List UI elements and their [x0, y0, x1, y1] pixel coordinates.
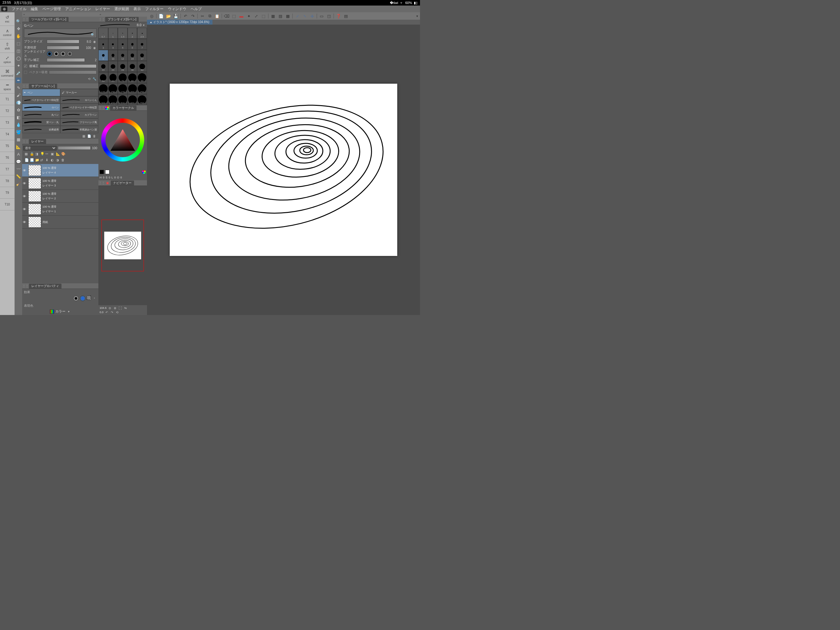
post-correct-slider[interactable]	[39, 64, 96, 68]
cmd-deselect-icon[interactable]: ⬚	[231, 13, 237, 19]
subtool-new-icon[interactable]: 📄	[87, 134, 91, 138]
fg-color-swatch[interactable]	[99, 170, 104, 174]
new-vector-icon[interactable]: 📃	[30, 158, 34, 162]
visibility-icon[interactable]: 👁	[23, 182, 27, 185]
tool-text-icon[interactable]: A	[16, 151, 21, 157]
reset-icon[interactable]: ⟲	[87, 77, 91, 81]
color-wheel-small-icon[interactable]	[142, 170, 146, 174]
rotate-reset-icon[interactable]: ⟲	[115, 310, 119, 314]
layer-opacity-slider[interactable]	[58, 146, 91, 150]
tool-blend-icon[interactable]: 💧	[16, 122, 21, 127]
menu-help[interactable]: ヘルプ	[191, 6, 202, 12]
subtool-item[interactable]: Gペンくん	[60, 96, 98, 104]
brush-size-cell[interactable]: 6	[128, 39, 137, 50]
edge-t3[interactable]: T3	[0, 117, 14, 128]
brush-size-cell[interactable]: 40	[137, 61, 147, 72]
brush-size-cell[interactable]: 28	[118, 61, 128, 72]
lock-icon[interactable]: 🔒	[30, 152, 34, 156]
brush-size-cell[interactable]: 400	[108, 94, 118, 105]
layer-row[interactable]: 👁 100 % 通常レイヤー 1	[22, 203, 98, 216]
tool-decoration-icon[interactable]: ✿	[16, 107, 21, 112]
tool-balloon-icon[interactable]: 💬	[16, 159, 21, 164]
merge-icon[interactable]: ⬇	[46, 158, 50, 162]
subtool-item[interactable]: 丸ペン	[22, 111, 60, 119]
tone-effect-icon[interactable]	[80, 296, 85, 301]
brush-size-cell[interactable]: 170	[118, 83, 128, 94]
cmd-scale-icon[interactable]: ⤢	[253, 13, 259, 19]
brush-size-cell[interactable]: 1.5	[118, 28, 128, 39]
cmd-ruler-icon[interactable]: ▨	[277, 13, 284, 19]
brush-size-cell[interactable]: 90	[137, 72, 147, 83]
edge-t7[interactable]: T7	[0, 164, 14, 175]
brush-size-cell[interactable]: 1	[108, 28, 118, 39]
cmd-paste-icon[interactable]: 📋	[214, 13, 221, 19]
color-icon[interactable]: 🎨	[61, 152, 65, 156]
brush-size-cell[interactable]: 60	[108, 72, 118, 83]
cmd-help-icon[interactable]: ❓	[335, 13, 342, 19]
cmd-csp-icon[interactable]: ◎	[148, 13, 155, 19]
brush-size-cell[interactable]: 24	[108, 61, 118, 72]
subtool-delete-icon[interactable]: 🗑	[92, 134, 96, 138]
color-mode-icon[interactable]	[50, 309, 54, 314]
brush-size-cell[interactable]: 50	[98, 72, 108, 83]
delete-layer-icon[interactable]: 🗑	[61, 158, 65, 162]
brush-size-cell[interactable]: 7	[137, 39, 147, 50]
collapse-bar[interactable]: «	[22, 12, 98, 17]
subtool-item-gpen[interactable]: Gペン	[22, 104, 60, 111]
menu-file[interactable]: ファイル	[12, 6, 27, 12]
tool-zoom-icon[interactable]: 🔍	[16, 19, 21, 24]
cmd-open-icon[interactable]: 📂	[165, 13, 172, 19]
cmd-snap-icon[interactable]: ▩	[284, 13, 291, 19]
clip-icon[interactable]: ◨	[35, 152, 39, 156]
edge-control[interactable]: ∧control	[0, 26, 14, 40]
menu-view[interactable]: 表示	[133, 6, 141, 12]
subtool-item[interactable]: 髪ペン・丸	[22, 119, 60, 126]
menu-page[interactable]: ページ管理	[43, 6, 61, 12]
edge-t1[interactable]: T1	[0, 93, 14, 105]
prop-vector-snap[interactable]: ベクター吸着	[24, 69, 96, 75]
border-effect-icon[interactable]	[73, 296, 79, 301]
transfer-icon[interactable]: ⇄	[40, 158, 44, 162]
vector-snap-checkbox[interactable]	[24, 71, 27, 74]
navigator-tab[interactable]: ⋮⋮ ▣ ナビゲーター	[98, 180, 147, 186]
cmd-snap-special-icon[interactable]: ⟍	[301, 13, 308, 19]
edge-t5[interactable]: T5	[0, 140, 14, 152]
brush-size-cell[interactable]: 15	[128, 50, 137, 61]
tool-operation-icon[interactable]: ⬚	[16, 41, 21, 46]
prop-stabilization[interactable]: 手ブレ補正 2	[24, 57, 96, 63]
layer-tab[interactable]: ⋮⋮ レイヤー	[22, 139, 98, 144]
edge-option[interactable]: ⤢option	[0, 53, 14, 66]
brush-size-cell[interactable]: 150	[108, 83, 118, 94]
prop-brush-size[interactable]: ブラシサイズ 8.0 ◉	[24, 38, 96, 44]
chevron-right-icon[interactable]: ›	[92, 296, 96, 300]
brush-size-cell[interactable]: 600	[128, 94, 137, 105]
layer-row[interactable]: 👁 100 % 通常レイヤー 3	[22, 177, 98, 190]
brush-size-cell[interactable]: 12	[118, 50, 128, 61]
edge-t10[interactable]: T10	[0, 199, 14, 211]
link-icon[interactable]: ◉	[92, 46, 96, 50]
cmd-assets-icon[interactable]: ▤	[343, 13, 349, 19]
brush-size-cell[interactable]: 80	[128, 72, 137, 83]
brush-size-slider[interactable]	[47, 40, 79, 43]
tool-pen-icon[interactable]: ✒	[16, 78, 21, 83]
tool-ruler-icon[interactable]: 📏	[16, 174, 21, 179]
cmd-save-icon[interactable]: 💾	[172, 13, 179, 19]
mask-apply-icon[interactable]: ◑	[56, 158, 60, 162]
brush-size-cell[interactable]: 5	[118, 39, 128, 50]
tool-pencil-icon[interactable]: ✎	[16, 85, 21, 90]
tool-airbrush-icon[interactable]: 💨	[16, 100, 21, 105]
edge-t8[interactable]: T8	[0, 175, 14, 187]
brush-size-cell[interactable]: 70	[118, 72, 128, 83]
tool-lasso-icon[interactable]: ◯	[16, 55, 21, 61]
layer-row[interactable]: 👁 100 % 通常レイヤー 2	[22, 190, 98, 203]
post-correct-checkbox[interactable]	[24, 65, 27, 68]
cmd-window-icon[interactable]: ▭	[318, 13, 325, 19]
visibility-icon[interactable]: 👁	[23, 169, 27, 172]
subtool-item[interactable]: ベクターレイヤー特化型	[22, 96, 60, 104]
subtool-item[interactable]: 和風滲みペン濃	[60, 126, 98, 133]
subtool-item[interactable]: フリーハンド風	[60, 119, 98, 126]
brush-size-cell[interactable]: 300	[98, 94, 108, 105]
cmd-redo-icon[interactable]: ↷	[189, 13, 196, 19]
edge-t6[interactable]: T6	[0, 152, 14, 164]
cmd-grid-icon[interactable]: ▦	[270, 13, 276, 19]
